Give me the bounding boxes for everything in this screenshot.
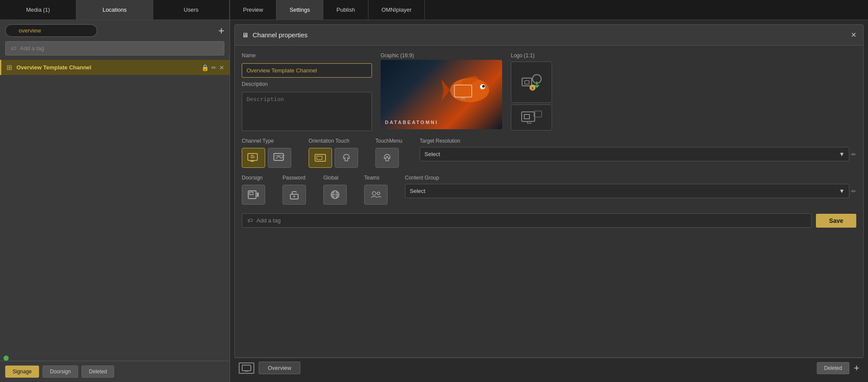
globe-icon	[329, 190, 341, 199]
logo-label: Logo (1:1)	[511, 52, 554, 59]
target-resolution-edit-btn[interactable]: ✏	[851, 151, 856, 158]
touchmenu-group: TouchMenu	[375, 138, 402, 168]
orientation-landscape-btn[interactable]	[309, 148, 332, 168]
svg-marker-1	[441, 79, 450, 101]
props-name-desc: Name Description	[242, 52, 372, 131]
landscape-icon	[273, 153, 286, 163]
graphic-overlay-text: DATABEATOMNI	[385, 120, 438, 125]
touchmenu-label: TouchMenu	[375, 138, 402, 144]
save-button[interactable]: Save	[816, 214, 856, 228]
svg-rect-7	[522, 78, 532, 86]
touch-btn[interactable]	[335, 148, 358, 168]
tab-users[interactable]: Users	[153, 0, 230, 20]
props-graphic: Graphic (16:9)	[381, 52, 502, 131]
channel-type-icon: ⊞	[7, 63, 12, 72]
target-resolution-select-row: Select ▼ ✏	[420, 147, 856, 161]
target-resolution-label: Target Resolution	[420, 138, 856, 144]
deleted-bottom-btn[interactable]: Deleted	[817, 362, 849, 374]
graphic-preview[interactable]: DATABEATOMNI	[381, 60, 502, 129]
add-tab-button[interactable]: +	[854, 362, 859, 374]
tab-preview[interactable]: Preview	[230, 0, 276, 20]
svg-rect-13	[524, 114, 529, 119]
content-group-select-area: Content Group Select ▼ ✏	[405, 175, 856, 205]
password-btn[interactable]	[283, 185, 306, 205]
tag-input[interactable]: 🏷 Add a tag	[242, 213, 812, 228]
tab-omniplayer[interactable]: OMNIplayer	[368, 0, 425, 20]
add-channel-button[interactable]: +	[218, 26, 224, 36]
signage-icon: 8	[247, 153, 260, 163]
screen-icon[interactable]	[239, 362, 254, 374]
signage-filter-btn[interactable]: Signage	[5, 366, 39, 378]
orientation-group: Orientation Touch	[309, 138, 358, 168]
delete-channel-icon[interactable]: ✕	[219, 64, 224, 71]
channel-type-buttons: 8	[242, 148, 291, 168]
right-content: 🖥 Channel properties × Name Description	[230, 20, 868, 382]
tab-settings[interactable]: Settings	[276, 0, 323, 20]
channel-type-label: Channel Type	[242, 138, 291, 144]
svg-rect-6	[461, 97, 465, 99]
password-group: Password	[283, 175, 306, 205]
content-group-edit-btn[interactable]: ✏	[851, 188, 856, 195]
target-resolution-group: Target Resolution Select ▼ ✏	[420, 138, 856, 161]
teams-label: Teams	[364, 175, 388, 181]
global-label: Global	[323, 175, 347, 181]
content-group-select[interactable]: Select ▼	[405, 184, 849, 198]
svg-rect-19	[274, 153, 283, 160]
channel-type-landscape-btn[interactable]	[268, 148, 291, 168]
channel-name-input[interactable]	[242, 63, 372, 78]
chevron-down-icon: ▼	[839, 151, 845, 157]
props-extra-row: Doorsign Password	[242, 175, 856, 205]
description-field-label: Description	[242, 81, 372, 87]
svg-rect-24	[250, 192, 253, 195]
lock-open-icon	[288, 190, 300, 199]
channel-item[interactable]: ⊞ Overview Template Channel 🔒 ✏ ✕	[0, 60, 230, 75]
touchmenu-icon	[381, 153, 393, 163]
tag-input-placeholder: Add a tag	[256, 217, 281, 224]
channel-properties-panel: 🖥 Channel properties × Name Description	[234, 24, 864, 358]
tab-publish[interactable]: Publish	[323, 0, 368, 20]
teams-btn[interactable]	[364, 185, 388, 205]
monitor-icon: 🖥	[242, 31, 248, 39]
svg-point-31	[377, 192, 380, 195]
content-group-row: Content Group Select ▼ ✏	[405, 175, 856, 198]
svg-text:8: 8	[253, 156, 255, 159]
channel-type-signage-btn[interactable]: 8	[242, 148, 265, 168]
orientation-label: Orientation Touch	[309, 138, 358, 144]
edit-channel-icon[interactable]: ✏	[211, 64, 217, 71]
close-panel-button[interactable]: ×	[851, 30, 856, 40]
overview-tab-btn[interactable]: Overview	[259, 362, 300, 374]
tab-locations[interactable]: Locations	[76, 0, 153, 20]
svg-point-30	[372, 192, 376, 195]
teams-icon	[370, 190, 382, 199]
target-resolution-select[interactable]: Select ▼	[420, 147, 849, 161]
svg-rect-33	[245, 371, 248, 372]
touchmenu-buttons	[375, 148, 402, 168]
right-nav: Preview Settings Publish OMNIplayer	[230, 0, 868, 20]
global-group: Global	[323, 175, 347, 205]
logo-box-secondary[interactable]	[511, 104, 552, 131]
logo-secondary-icon	[521, 110, 542, 125]
doorsign-btn[interactable]	[242, 185, 265, 205]
svg-point-27	[293, 196, 295, 197]
channel-type-group: Channel Type 8	[242, 138, 291, 168]
main-area: 🔍 + 🏷 Add a tag ⊞ Overview Template Chan…	[0, 20, 868, 382]
props-bottom-row: 🏷 Add a tag Save	[242, 213, 856, 228]
doorsign-filter-btn[interactable]: Doorsign	[43, 366, 78, 378]
description-input[interactable]	[242, 92, 372, 131]
deleted-filter-btn[interactable]: Deleted	[82, 366, 114, 378]
fish-graphic	[441, 64, 493, 112]
content-group-value: Select	[410, 188, 425, 194]
touchmenu-btn[interactable]	[375, 148, 399, 168]
top-nav: Media (1) Locations Users Preview Settin…	[0, 0, 868, 20]
status-dot	[3, 356, 9, 361]
svg-rect-15	[248, 153, 257, 160]
global-btn[interactable]	[323, 185, 347, 205]
svg-rect-32	[242, 365, 251, 371]
tag-icon: 🏷	[11, 45, 16, 52]
search-input[interactable]	[5, 24, 97, 37]
search-wrap: 🔍	[5, 24, 215, 37]
channel-props-header: 🖥 Channel properties ×	[235, 25, 863, 46]
logo-box-primary[interactable]: $	[511, 62, 552, 103]
tab-media[interactable]: Media (1)	[0, 0, 76, 20]
svg-point-4	[482, 85, 485, 88]
